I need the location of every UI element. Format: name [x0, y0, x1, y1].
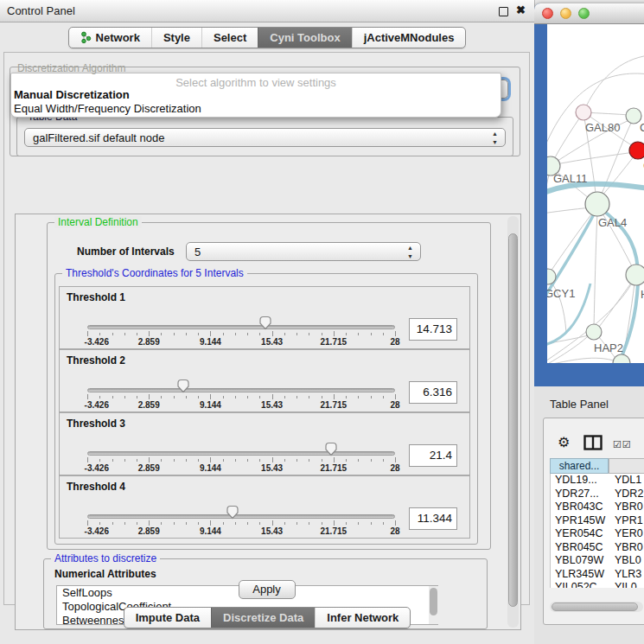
- table-row[interactable]: YBL079WYBL0: [551, 554, 644, 568]
- thresholds-title: Threshold's Coordinates for 5 Intervals: [62, 267, 247, 279]
- slider-track[interactable]: [87, 325, 395, 329]
- zoom-traffic-light-icon[interactable]: [578, 8, 590, 19]
- cell-shared-name: YBR045C: [551, 541, 609, 555]
- num-intervals-select[interactable]: 5 ▲▼: [186, 242, 421, 261]
- table-hscrollbar-thumb[interactable]: [552, 603, 638, 611]
- node-label: GA: [640, 121, 644, 134]
- algorithm-option-manual[interactable]: Manual Discretization: [14, 88, 130, 101]
- column-header-name[interactable]: na: [609, 458, 644, 474]
- minimize-traffic-light-icon[interactable]: [560, 8, 571, 19]
- scale-label: 2.859: [138, 337, 160, 347]
- tab-jactivemnodules[interactable]: jActiveMNodules: [352, 28, 466, 48]
- slider-thumb[interactable]: [226, 505, 239, 520]
- table-header-row: shared... na: [550, 458, 644, 474]
- threshold-value-field[interactable]: 6.316: [409, 381, 457, 404]
- table-horizontal-scrollbar[interactable]: [550, 602, 643, 612]
- scale-label: -3.426: [85, 337, 109, 347]
- show-columns-checkboxes-icon[interactable]: ☑☑: [613, 439, 632, 450]
- network-node[interactable]: [629, 142, 644, 159]
- table-row[interactable]: YDL19...YDL1: [551, 474, 644, 488]
- network-node[interactable]: [613, 354, 630, 363]
- slider-thumb[interactable]: [324, 442, 338, 456]
- cell-name: YBR0: [609, 501, 644, 514]
- control-panel-titlebar: Control Panel ✖: [0, 0, 534, 22]
- scale-label: 15.43: [261, 337, 283, 347]
- slider-thumb[interactable]: [258, 316, 272, 330]
- table-row[interactable]: YER054CYER0: [551, 527, 644, 541]
- close-traffic-light-icon[interactable]: [542, 8, 553, 19]
- network-view-window: GAL80GACGAL11GAL4GCY1HHAP2: [534, 3, 644, 386]
- cyni-toolbox-panel: Table Data galFiltered.sif default node …: [3, 52, 530, 605]
- tab-select[interactable]: Select: [201, 28, 258, 48]
- scale-label: -3.426: [85, 463, 109, 473]
- scale-label: 21.715: [321, 337, 348, 347]
- threshold-value-field[interactable]: 21.4: [409, 444, 457, 467]
- tab-label: Network: [96, 31, 140, 44]
- gear-icon[interactable]: ⚙: [558, 434, 570, 450]
- float-window-icon[interactable]: [499, 7, 508, 16]
- scale-label: 9.144: [200, 400, 221, 410]
- cell-name: YER0: [609, 527, 644, 541]
- cell-name: YDL1: [609, 474, 644, 488]
- tab-style[interactable]: Style: [151, 28, 201, 48]
- tab-network[interactable]: Network: [69, 28, 151, 48]
- top-tab-bar: NetworkStyleSelectCyni ToolboxjActiveMNo…: [0, 27, 534, 48]
- close-icon[interactable]: ✖: [516, 3, 526, 16]
- threshold-value-field[interactable]: 14.713: [409, 318, 457, 341]
- scale-label: 28: [390, 463, 399, 473]
- settings-scroll-pane: Interval Definition Number of Intervals …: [15, 214, 521, 630]
- apply-button[interactable]: Apply: [239, 580, 296, 599]
- scale-label: 28: [390, 337, 399, 347]
- column-header-shared[interactable]: shared...: [550, 458, 609, 474]
- scale-label: 21.715: [321, 526, 348, 536]
- table-row[interactable]: YDR27...YDR2: [551, 488, 644, 501]
- bottom-tab-discretize-data[interactable]: Discretize Data: [211, 608, 315, 628]
- scale-label: 9.144: [200, 337, 221, 347]
- settings-scrollbar-thumb[interactable]: [508, 233, 518, 607]
- network-node[interactable]: [585, 192, 609, 216]
- cell-shared-name: YER054C: [551, 527, 609, 541]
- network-node[interactable]: [626, 265, 644, 285]
- threshold-value-field[interactable]: 11.344: [409, 507, 457, 530]
- cell-shared-name: YPR145W: [551, 514, 609, 528]
- threshold-panel-2: Threshold 2-3.4262.8599.14415.4321.71528…: [59, 349, 470, 412]
- network-node[interactable]: [576, 105, 591, 120]
- table-rows: YDL19...YDL1YDR27...YDR2YBR043CYBR0YPR14…: [550, 474, 644, 588]
- algorithm-option-equal-width[interactable]: Equal Width/Frequency Discretization: [14, 102, 201, 115]
- bottom-tab-impute-data[interactable]: Impute Data: [124, 608, 211, 628]
- cell-shared-name: YLR345W: [551, 568, 609, 582]
- slider-track[interactable]: [87, 451, 395, 456]
- thresholds-group: Threshold's Coordinates for 5 Intervals …: [54, 273, 478, 545]
- table-row[interactable]: YLR345WYLR3: [551, 568, 644, 582]
- table-row[interactable]: YIL052CYIL0: [551, 581, 644, 588]
- algorithm-dropdown-popup: Select algorithm to view settings Manual…: [10, 73, 501, 118]
- discretization-algorithm-title: Discretization Algorithm: [17, 62, 125, 74]
- threshold-panel-1: Threshold 1-3.4262.8599.14415.4321.71528…: [59, 286, 470, 349]
- cell-name: YIL0: [609, 581, 644, 588]
- slider-track[interactable]: [87, 514, 395, 519]
- table-row[interactable]: YBR045CYBR0: [551, 541, 644, 555]
- threshold-label: Threshold 3: [67, 418, 125, 430]
- interval-definition-title: Interval Definition: [54, 216, 142, 228]
- cell-shared-name: YBR043C: [551, 501, 609, 514]
- tab-cyni-toolbox[interactable]: Cyni Toolbox: [258, 28, 351, 48]
- tab-label: Style: [163, 31, 190, 44]
- network-node[interactable]: [586, 324, 602, 340]
- node-table: shared... na YDL19...YDL1YDR27...YDR2YBR…: [550, 458, 644, 588]
- table-row[interactable]: YBR043CYBR0: [551, 501, 644, 514]
- threshold-label: Threshold 2: [67, 354, 125, 367]
- bottom-tab-infer-network[interactable]: Infer Network: [315, 608, 410, 628]
- table-data-select[interactable]: galFiltered.sif default node ▲▼: [24, 128, 506, 147]
- table-data-value: galFiltered.sif default node: [33, 131, 164, 144]
- network-icon: [80, 31, 92, 44]
- node-label: GAL80: [585, 121, 620, 134]
- slider-thumb[interactable]: [176, 379, 190, 393]
- network-canvas[interactable]: GAL80GACGAL11GAL4GCY1HHAP2: [547, 24, 644, 363]
- scale-label: 9.144: [200, 463, 221, 473]
- settings-scrollbar[interactable]: [507, 216, 519, 628]
- scale-label: 28: [390, 400, 399, 410]
- num-intervals-label: Number of Intervals: [77, 245, 175, 258]
- table-row[interactable]: YPR145WYPR1: [551, 514, 644, 528]
- slider-track[interactable]: [87, 388, 395, 392]
- split-columns-icon[interactable]: [583, 435, 603, 450]
